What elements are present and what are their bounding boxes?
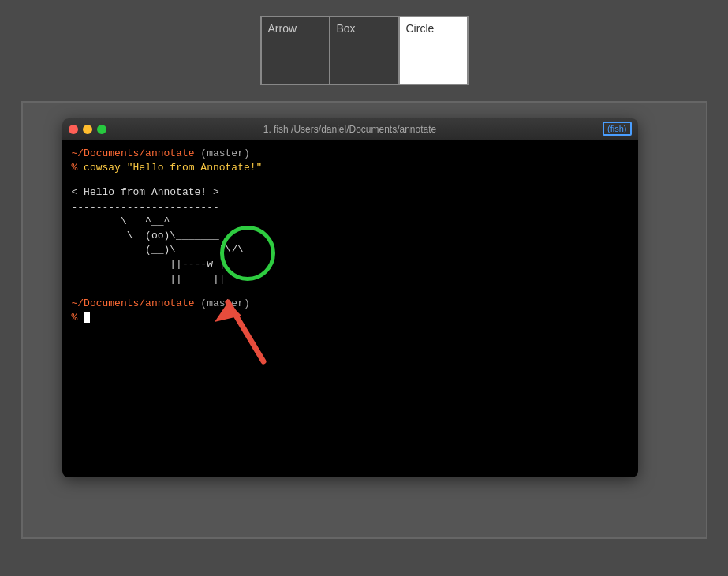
terminal-line-6: \ (oo)\_______: [72, 229, 629, 243]
arrow-button[interactable]: Arrow: [260, 16, 330, 85]
terminal-line-3: < Hello from Annotate! >: [72, 185, 629, 200]
circle-button[interactable]: Circle: [399, 16, 469, 85]
terminal-line-8: ||----w |: [72, 257, 629, 271]
terminal-blank-1: [72, 175, 629, 185]
term-cursor: [84, 312, 90, 323]
terminal-line-2: % cowsay "Hello from Annotate!": [72, 161, 629, 175]
term-prompt-3: %: [72, 312, 84, 324]
maximize-button[interactable]: [97, 125, 106, 134]
box-label: Box: [337, 22, 356, 35]
terminal-titlebar: 1. fish /Users/daniel/Documents/annotate…: [62, 118, 638, 140]
terminal-line-5: \ ^__^: [72, 215, 629, 229]
term-prompt-2: %: [72, 162, 84, 174]
minimize-button[interactable]: [83, 125, 92, 134]
arrow-label: Arrow: [268, 22, 297, 35]
terminal-window: 1. fish /Users/daniel/Documents/annotate…: [62, 118, 638, 477]
term-path-2: ~/Documents/annotate: [72, 297, 195, 309]
terminal-line-7: (__)\ )\/\: [72, 243, 629, 257]
terminal-line-11: %: [72, 311, 629, 325]
box-button[interactable]: Box: [330, 16, 399, 85]
term-master-2: (master): [195, 297, 250, 309]
terminal-line-10: ~/Documents/annotate (master): [72, 297, 629, 311]
annotation-area[interactable]: 1. fish /Users/daniel/Documents/annotate…: [21, 101, 707, 539]
term-path-1: ~/Documents/annotate: [72, 148, 195, 159]
terminal-blank-2: [72, 286, 629, 297]
terminal-line-4: ------------------------: [72, 200, 629, 215]
terminal-line-9: || ||: [72, 272, 629, 286]
toolbar: Arrow Box Circle: [260, 16, 469, 85]
fish-badge: (fish): [603, 122, 631, 136]
term-cmd-2: cowsay "Hello from Annotate!": [84, 162, 262, 174]
close-button[interactable]: [69, 125, 78, 134]
traffic-lights: [69, 125, 106, 134]
terminal-line-1: ~/Documents/annotate (master): [72, 147, 629, 161]
terminal-title: 1. fish /Users/daniel/Documents/annotate: [263, 124, 436, 135]
circle-label: Circle: [406, 22, 435, 35]
terminal-body[interactable]: ~/Documents/annotate (master) % cowsay "…: [62, 140, 638, 477]
term-master-1: (master): [195, 148, 250, 159]
